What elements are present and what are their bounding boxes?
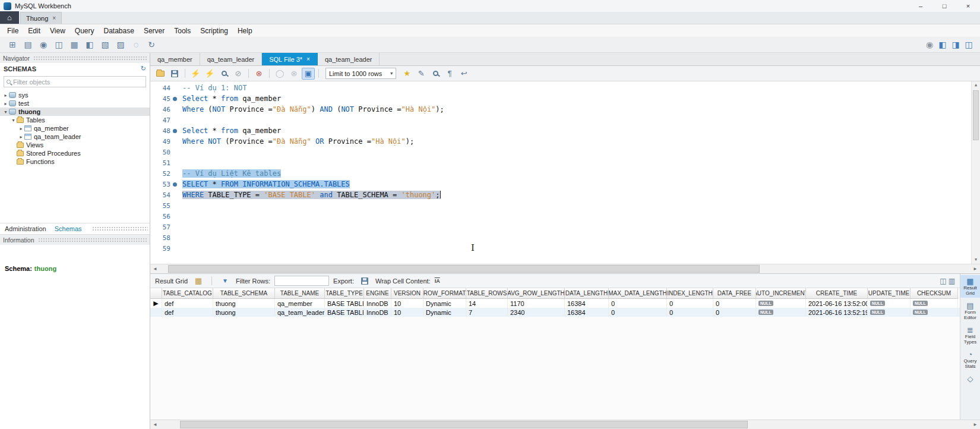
scroll-left-icon[interactable]: ◄	[150, 266, 160, 272]
code-line[interactable]: 55	[150, 200, 980, 211]
save-snippet-icon[interactable]: ★	[400, 68, 413, 80]
column-header-create-time[interactable]: CREATE_TIME	[806, 288, 868, 299]
new-sql-tab-icon[interactable]: ⊞	[5, 39, 20, 51]
create-table-icon[interactable]: ▦	[67, 39, 82, 51]
connection-tab-thuong[interactable]: Thuong ×	[20, 12, 62, 24]
code-line[interactable]: 50	[150, 147, 980, 157]
horizontal-scroll-thumb[interactable]	[168, 265, 760, 273]
code-line[interactable]: 57	[150, 222, 980, 232]
sql-code-editor[interactable]: 44-- Ví dụ 1: NOT45Select * from qa_memb…	[150, 81, 980, 264]
code-line[interactable]: 45Select * from qa_member	[150, 93, 980, 104]
limit-rows-select[interactable]: Limit to 1000 rows▾	[325, 68, 396, 79]
create-function-icon[interactable]: ▨	[113, 39, 128, 51]
column-header-table-rows[interactable]: TABLE_ROWS	[466, 288, 508, 299]
export-icon[interactable]	[358, 275, 371, 287]
save-script-icon[interactable]	[168, 68, 181, 80]
toggle-right-sidebar-icon[interactable]: ◫	[962, 39, 975, 51]
scroll-right-icon[interactable]: ►	[970, 266, 980, 272]
open-sql-file-icon[interactable]	[154, 68, 167, 80]
horizontal-scroll-thumb[interactable]	[180, 421, 748, 428]
scroll-right-icon[interactable]: ►	[970, 422, 980, 427]
table-row[interactable]: ▶defthuongqa_memberBASE TABLEInnoDB10Dyn…	[150, 299, 960, 308]
open-sql-script-icon[interactable]: ▤	[20, 39, 36, 51]
toggle-output-area-icon[interactable]: ◨	[949, 39, 962, 51]
toggle-autocommit-icon[interactable]: ▣	[302, 68, 315, 80]
scroll-down-icon[interactable]: ▼	[972, 256, 980, 264]
expander-icon[interactable]: ▸	[2, 93, 9, 98]
explain-plan-icon[interactable]	[217, 68, 230, 80]
expander-icon[interactable]: ▸	[2, 101, 9, 106]
column-header-table-schema[interactable]: TABLE_SCHEMA	[213, 288, 275, 299]
inspector-icon[interactable]: ◉	[36, 39, 51, 51]
code-line[interactable]: 47	[150, 115, 980, 125]
toggle-preview-panel-icon[interactable]: ◫	[940, 277, 946, 285]
expander-icon[interactable]: ▾	[10, 118, 17, 123]
tree-item-functions[interactable]: Functions	[0, 157, 150, 166]
toggle-left-sidebar-icon[interactable]: ◧	[936, 39, 949, 51]
tree-item-tables[interactable]: ▾Tables	[0, 116, 150, 124]
column-header-table-name[interactable]: TABLE_NAME	[275, 288, 325, 299]
sidebar-tab-administration[interactable]: Administration	[5, 225, 46, 232]
column-header-index-length[interactable]: INDEX_LENGTH	[667, 288, 713, 299]
menu-database[interactable]: Database	[99, 27, 139, 35]
execute-current-statement-icon[interactable]: ⚡	[203, 68, 216, 80]
vertical-scroll-thumb[interactable]	[973, 90, 979, 140]
close-button[interactable]: ×	[956, 0, 980, 12]
column-header-avg-row-length[interactable]: AVG_ROW_LENGTH	[508, 288, 565, 299]
filter-icon[interactable]: ▼	[219, 275, 232, 287]
tree-item-views[interactable]: Views	[0, 141, 150, 149]
expander-icon[interactable]: ▾	[2, 109, 9, 115]
expander-icon[interactable]: ▸	[18, 134, 24, 140]
column-header-checksum[interactable]: CHECKSUM	[911, 288, 958, 299]
column-header-max-data-length[interactable]: MAX_DATA_LENGTH	[609, 288, 667, 299]
tree-item-qa-member[interactable]: ▸qa_member	[0, 124, 150, 133]
find-icon[interactable]	[429, 68, 442, 80]
expander-icon[interactable]: ▸	[18, 126, 24, 131]
column-header-auto-increment[interactable]: AUTO_INCREMENT	[756, 288, 806, 299]
stop-query-icon[interactable]: ⊘	[232, 68, 245, 80]
home-button[interactable]: ⌂	[0, 11, 19, 24]
tree-item-sys[interactable]: ▸sys	[0, 91, 150, 99]
stop-on-error-icon[interactable]: ⊗	[252, 68, 265, 80]
code-line[interactable]: 54WHERE TABLE_TYPE = 'BASE TABLE' and TA…	[150, 190, 980, 200]
sidebar-tab-schemas[interactable]: Schemas	[55, 225, 82, 232]
account-icon[interactable]: ◉	[923, 39, 936, 51]
menu-query[interactable]: Query	[70, 27, 99, 35]
create-procedure-icon[interactable]: ▧	[97, 39, 113, 51]
execute-script-icon[interactable]: ⚡	[189, 68, 202, 80]
filter-objects-input[interactable]	[13, 78, 143, 86]
refresh-schemas-icon[interactable]: ↻	[141, 65, 146, 72]
editor-tab-qa-team-leader-3[interactable]: qa_team_leader	[318, 53, 380, 65]
code-line[interactable]: 49Where NOT (Province ="Đà Nẵng" OR Prov…	[150, 136, 980, 147]
table-row[interactable]: defthuongqa_team_leaderBASE TABLEInnoDB1…	[150, 308, 960, 317]
code-line[interactable]: 48Select * from qa_member	[150, 125, 980, 136]
menu-view[interactable]: View	[45, 27, 70, 35]
column-header-row-format[interactable]: ROW_FORMAT	[423, 288, 466, 299]
side-panel-result-grid[interactable]: ▦Result Grid	[960, 275, 980, 298]
column-header-data-free[interactable]: DATA_FREE	[713, 288, 756, 299]
tree-item-qa-team-leader[interactable]: ▸qa_team_leader	[0, 133, 150, 141]
editor-tab-sql-file-3-2[interactable]: SQL File 3*×	[262, 53, 318, 65]
code-line[interactable]: 52-- Ví dụ Liệt Kê tables	[150, 168, 980, 179]
side-panel-form-editor[interactable]: ▤Form Editor	[960, 299, 980, 322]
create-schema-icon[interactable]: ◫	[51, 39, 67, 51]
side-panel-query-stats[interactable]: ◔Query Stats	[960, 348, 980, 371]
result-grid[interactable]: TABLE_CATALOGTABLE_SCHEMATABLE_NAMETABLE…	[150, 288, 960, 419]
maximize-button[interactable]: □	[932, 0, 956, 12]
close-tab-icon[interactable]: ×	[306, 56, 310, 62]
search-table-data-icon[interactable]: ◌	[128, 39, 144, 51]
code-line[interactable]: 53SELECT * FROM INFORMATION_SCHEMA.TABLE…	[150, 179, 980, 190]
tree-item-stored-procedures[interactable]: Stored Procedures	[0, 149, 150, 157]
minimize-button[interactable]: –	[909, 0, 932, 12]
editor-vertical-scrollbar[interactable]: ▲ ▼	[971, 81, 980, 264]
rollback-icon[interactable]: ⊗	[287, 68, 301, 80]
editor-horizontal-scrollbar[interactable]: ◄ ►	[150, 264, 980, 273]
reconnect-dbms-icon[interactable]: ↻	[144, 39, 159, 51]
column-header-engine[interactable]: ENGINE	[364, 288, 391, 299]
code-line[interactable]: 56	[150, 211, 980, 222]
code-line[interactable]: 51	[150, 157, 980, 168]
row-selector[interactable]	[150, 308, 162, 317]
menu-edit[interactable]: Edit	[23, 27, 45, 35]
tree-item-test[interactable]: ▸test	[0, 99, 150, 108]
close-connection-icon[interactable]: ×	[52, 15, 56, 21]
